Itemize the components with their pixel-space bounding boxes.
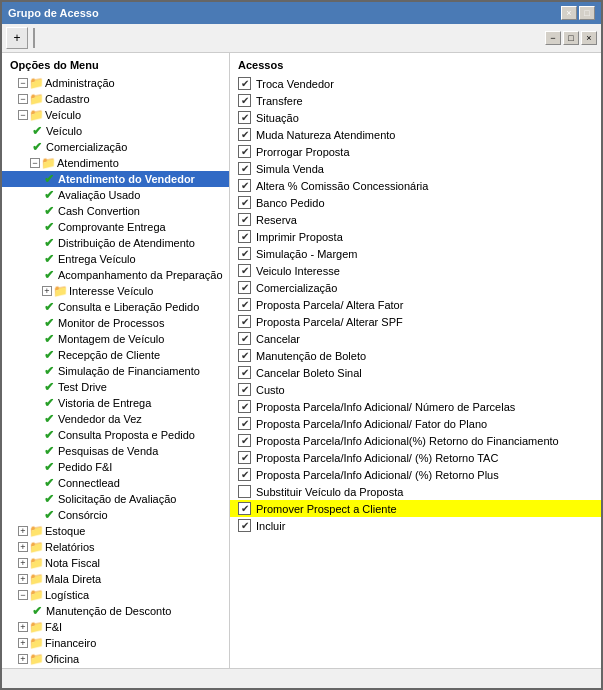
tree-item-pesquisas-venda[interactable]: ✔Pesquisas de Venda bbox=[2, 443, 229, 459]
access-checkbox-proposta-info-parcelas[interactable]: ✔ bbox=[238, 400, 251, 413]
tree-item-cadastro[interactable]: −📁Cadastro bbox=[2, 91, 229, 107]
access-checkbox-imprimir-proposta[interactable]: ✔ bbox=[238, 230, 251, 243]
tree-item-mala-direta[interactable]: +📁Mala Direta bbox=[2, 571, 229, 587]
access-checkbox-manutencao-boleto[interactable]: ✔ bbox=[238, 349, 251, 362]
access-item-substituir-veiculo[interactable]: Substituir Veículo da Proposta bbox=[230, 483, 601, 500]
tree-item-fni[interactable]: +📁F&I bbox=[2, 619, 229, 635]
access-checkbox-reserva[interactable]: ✔ bbox=[238, 213, 251, 226]
access-item-transfere[interactable]: ✔ Transfere bbox=[230, 92, 601, 109]
expand-icon[interactable]: − bbox=[18, 94, 28, 104]
access-item-cancelar[interactable]: ✔ Cancelar bbox=[230, 330, 601, 347]
window-restore-btn[interactable]: □ bbox=[579, 6, 595, 20]
access-item-manutencao-boleto[interactable]: ✔ Manutenção de Boleto bbox=[230, 347, 601, 364]
access-checkbox-comercializacao[interactable]: ✔ bbox=[238, 281, 251, 294]
tree-item-manutencao-desconto[interactable]: ✔Manutenção de Desconto bbox=[2, 603, 229, 619]
tree-item-relatorios[interactable]: +📁Relatórios bbox=[2, 539, 229, 555]
access-checkbox-proposta-parcela-altera-fator[interactable]: ✔ bbox=[238, 298, 251, 311]
access-item-troca-vendedor[interactable]: ✔ Troca Vendedor bbox=[230, 75, 601, 92]
expand-icon[interactable]: − bbox=[18, 78, 28, 88]
access-item-imprimir-proposta[interactable]: ✔ Imprimir Proposta bbox=[230, 228, 601, 245]
tree-item-simulacao-financiamento[interactable]: ✔Simulação de Financiamento bbox=[2, 363, 229, 379]
access-checkbox-simula-venda[interactable]: ✔ bbox=[238, 162, 251, 175]
access-checkbox-veiculo-interesse[interactable]: ✔ bbox=[238, 264, 251, 277]
tree-item-acompanhamento-preparacao[interactable]: ✔Acompanhamento da Preparação bbox=[2, 267, 229, 283]
tree-item-cash-convertion[interactable]: ✔Cash Convertion bbox=[2, 203, 229, 219]
new-btn[interactable]: + bbox=[6, 27, 28, 49]
access-item-altera-comissao[interactable]: ✔ Altera % Comissão Concessionária bbox=[230, 177, 601, 194]
access-item-cancelar-boleto-sinal[interactable]: ✔ Cancelar Boleto Sinal bbox=[230, 364, 601, 381]
access-checkbox-proposta-info-tac[interactable]: ✔ bbox=[238, 451, 251, 464]
expand-icon[interactable]: − bbox=[30, 158, 40, 168]
tree-item-vendedor-vez[interactable]: ✔Vendedor da Vez bbox=[2, 411, 229, 427]
access-item-proposta-info-tac[interactable]: ✔ Proposta Parcela/Info Adicional/ (%) R… bbox=[230, 449, 601, 466]
access-item-proposta-info-retorno[interactable]: ✔ Proposta Parcela/Info Adicional(%) Ret… bbox=[230, 432, 601, 449]
access-item-prorrogar-proposta[interactable]: ✔ Prorrogar Proposta bbox=[230, 143, 601, 160]
access-item-simulacao-margem[interactable]: ✔ Simulação - Margem bbox=[230, 245, 601, 262]
tree-item-comercializacao[interactable]: ✔Comercialização bbox=[2, 139, 229, 155]
access-checkbox-muda-natureza[interactable]: ✔ bbox=[238, 128, 251, 141]
tree-item-recepcao-cliente[interactable]: ✔Recepção de Cliente bbox=[2, 347, 229, 363]
expand-icon[interactable]: − bbox=[18, 110, 28, 120]
access-item-custo[interactable]: ✔ Custo bbox=[230, 381, 601, 398]
expand-icon[interactable]: − bbox=[18, 590, 28, 600]
access-checkbox-proposta-info-plus[interactable]: ✔ bbox=[238, 468, 251, 481]
tree-item-atendimento[interactable]: −📁Atendimento bbox=[2, 155, 229, 171]
expand-icon[interactable]: + bbox=[18, 654, 28, 664]
tree-item-vistoria-entrega[interactable]: ✔Vistoria de Entrega bbox=[2, 395, 229, 411]
access-checkbox-banco-pedido[interactable]: ✔ bbox=[238, 196, 251, 209]
tree-item-test-drive[interactable]: ✔Test Drive bbox=[2, 379, 229, 395]
access-checkbox-proposta-parcela-alterar-spf[interactable]: ✔ bbox=[238, 315, 251, 328]
tree-item-consulta-liberacao[interactable]: ✔Consulta e Liberação Pedido bbox=[2, 299, 229, 315]
access-item-veiculo-interesse[interactable]: ✔ Veiculo Interesse bbox=[230, 262, 601, 279]
access-item-proposta-parcela-altera-fator[interactable]: ✔ Proposta Parcela/ Altera Fator bbox=[230, 296, 601, 313]
expand-icon[interactable]: + bbox=[18, 526, 28, 536]
toolbar-close-btn[interactable]: × bbox=[581, 31, 597, 45]
access-checkbox-substituir-veiculo[interactable] bbox=[238, 485, 251, 498]
toolbar-minimize-btn[interactable]: − bbox=[545, 31, 561, 45]
access-checkbox-cancelar[interactable]: ✔ bbox=[238, 332, 251, 345]
tree-item-montagem-veiculo[interactable]: ✔Montagem de Veículo bbox=[2, 331, 229, 347]
tree-item-pedido-fi[interactable]: ✔Pedido F&I bbox=[2, 459, 229, 475]
access-checkbox-prorrogar-proposta[interactable]: ✔ bbox=[238, 145, 251, 158]
access-item-proposta-info-fator[interactable]: ✔ Proposta Parcela/Info Adicional/ Fator… bbox=[230, 415, 601, 432]
access-checkbox-simulacao-margem[interactable]: ✔ bbox=[238, 247, 251, 260]
access-item-comercializacao[interactable]: ✔ Comercialização bbox=[230, 279, 601, 296]
expand-icon[interactable]: + bbox=[18, 558, 28, 568]
expand-icon[interactable]: + bbox=[18, 574, 28, 584]
tree-item-nota-fiscal[interactable]: +📁Nota Fiscal bbox=[2, 555, 229, 571]
access-checkbox-custo[interactable]: ✔ bbox=[238, 383, 251, 396]
tree-item-consorcio[interactable]: ✔Consórcio bbox=[2, 507, 229, 523]
tree-item-solicitacao-avaliacao[interactable]: ✔Solicitação de Avaliação bbox=[2, 491, 229, 507]
tree-item-estoque[interactable]: +📁Estoque bbox=[2, 523, 229, 539]
access-item-proposta-info-plus[interactable]: ✔ Proposta Parcela/Info Adicional/ (%) R… bbox=[230, 466, 601, 483]
access-item-banco-pedido[interactable]: ✔ Banco Pedido bbox=[230, 194, 601, 211]
tree-item-veiculo[interactable]: −📁Veículo bbox=[2, 107, 229, 123]
access-item-muda-natureza[interactable]: ✔ Muda Natureza Atendimento bbox=[230, 126, 601, 143]
access-checkbox-troca-vendedor[interactable]: ✔ bbox=[238, 77, 251, 90]
access-item-simula-venda[interactable]: ✔ Simula Venda bbox=[230, 160, 601, 177]
tree-item-entrega-veiculo[interactable]: ✔Entrega Veículo bbox=[2, 251, 229, 267]
access-item-promover-prospect[interactable]: ✔ Promover Prospect a Cliente bbox=[230, 500, 601, 517]
tree-item-monitor-processos[interactable]: ✔Monitor de Processos bbox=[2, 315, 229, 331]
access-item-incluir[interactable]: ✔ Incluir bbox=[230, 517, 601, 534]
tree-item-interesse-veiculo[interactable]: +📁Interesse Veículo bbox=[2, 283, 229, 299]
access-item-reserva[interactable]: ✔ Reserva bbox=[230, 211, 601, 228]
window-close-btn[interactable]: × bbox=[561, 6, 577, 20]
access-item-proposta-info-parcelas[interactable]: ✔ Proposta Parcela/Info Adicional/ Númer… bbox=[230, 398, 601, 415]
tree-item-administracao[interactable]: −📁Administração bbox=[2, 75, 229, 91]
tree-item-comprovante-entrega[interactable]: ✔Comprovante Entrega bbox=[2, 219, 229, 235]
access-item-proposta-parcela-alterar-spf[interactable]: ✔ Proposta Parcela/ Alterar SPF bbox=[230, 313, 601, 330]
tree-item-veiculo-sub[interactable]: ✔Veículo bbox=[2, 123, 229, 139]
tree-item-connectlead[interactable]: ✔Connectlead bbox=[2, 475, 229, 491]
access-checkbox-promover-prospect[interactable]: ✔ bbox=[238, 502, 251, 515]
tree-item-consulta-proposta[interactable]: ✔Consulta Proposta e Pedido bbox=[2, 427, 229, 443]
access-item-situacao[interactable]: ✔ Situação bbox=[230, 109, 601, 126]
access-checkbox-altera-comissao[interactable]: ✔ bbox=[238, 179, 251, 192]
access-checkbox-cancelar-boleto-sinal[interactable]: ✔ bbox=[238, 366, 251, 379]
tree-item-logistica[interactable]: −📁Logística bbox=[2, 587, 229, 603]
expand-icon[interactable]: + bbox=[18, 622, 28, 632]
access-checkbox-transfere[interactable]: ✔ bbox=[238, 94, 251, 107]
tree-item-atendimento-vendedor[interactable]: ✔Atendimento do Vendedor bbox=[2, 171, 229, 187]
tree-item-avaliacao-usado[interactable]: ✔Avaliação Usado bbox=[2, 187, 229, 203]
access-checkbox-situacao[interactable]: ✔ bbox=[238, 111, 251, 124]
